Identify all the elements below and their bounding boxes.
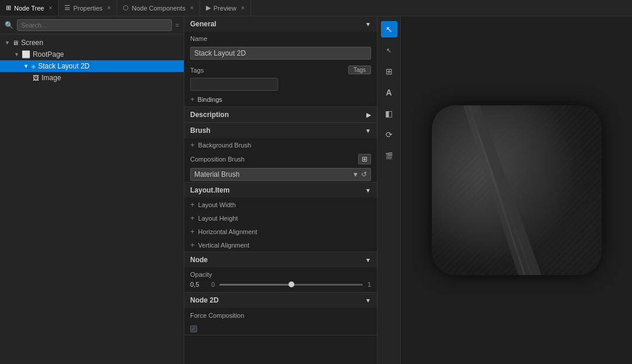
properties-tab-close[interactable]: ×	[107, 5, 111, 11]
expand-screen-icon: ▼	[5, 40, 10, 46]
video-tool-btn[interactable]: 🎬	[381, 147, 397, 164]
tags-input[interactable]	[190, 78, 278, 91]
tree-content: ▼ 🖥 Screen ▼ ⬜ RootPage ▼ ◈ Stack Layout…	[0, 35, 184, 364]
node-tree-tab-close[interactable]: ×	[49, 5, 52, 11]
material-brush-row[interactable]: Material Brush ▼ ↺	[190, 168, 371, 181]
pointer-tool-btn[interactable]: ↖	[381, 21, 397, 37]
tab-bar: ⊞ Node Tree × ☰ Properties × ⬡ Node Comp…	[0, 0, 632, 16]
description-label: Description	[190, 111, 229, 119]
properties-tab-label: Properties	[73, 5, 102, 12]
layout-width-plus-icon: +	[190, 200, 195, 209]
material-brush-dropdown-icon[interactable]: ▼	[352, 171, 359, 178]
force-composition-label: Force Composition	[190, 312, 371, 319]
material-brush-refresh-icon[interactable]: ↺	[361, 170, 367, 178]
layout-item-collapse-icon: ▼	[365, 187, 371, 194]
tree-item-screen[interactable]: ▼ 🖥 Screen	[0, 37, 184, 49]
force-composition-checkbox-row: ✓	[184, 323, 377, 335]
composition-brush-row: Composition Brush ⊞	[184, 152, 377, 167]
bindings-row[interactable]: + Bindings	[184, 92, 377, 107]
horizontal-alignment-plus-icon: +	[190, 227, 195, 236]
right-area: ↖ ↖ ⊞ A ◧ ⟳ 🎬	[377, 16, 632, 364]
tree-item-rootpage[interactable]: ▼ ⬜ RootPage	[0, 49, 184, 60]
tags-label: Tags	[190, 67, 204, 74]
opacity-slider[interactable]	[219, 280, 363, 289]
tree-item-stack-layout-2d[interactable]: ▼ ◈ Stack Layout 2D	[0, 60, 184, 72]
screen-icon: 🖥	[12, 39, 19, 46]
node-components-tab-close[interactable]: ×	[190, 5, 194, 11]
node2d-collapse-icon: ▼	[365, 297, 371, 304]
bindings-label: Bindings	[198, 96, 222, 103]
background-brush-plus-icon: +	[190, 140, 195, 149]
search-input[interactable]	[17, 19, 172, 31]
expand-rootpage-icon: ▼	[14, 51, 19, 57]
description-section: Description ▶	[184, 107, 377, 123]
vertical-alignment-row[interactable]: + Vertical Alignment	[184, 238, 377, 252]
tree-item-image[interactable]: 🖼 Image	[0, 72, 184, 84]
image-icon: 🖼	[33, 74, 39, 81]
force-composition-checkbox[interactable]: ✓	[190, 325, 197, 332]
horizontal-alignment-label: Horizontal Alignment	[198, 228, 257, 235]
node-collapse-icon: ▼	[365, 257, 371, 263]
stack-layout-icon: ◈	[31, 63, 36, 70]
force-composition-label-row: Force Composition	[184, 308, 377, 323]
node-section: Node ▼ Opacity 0,5 0 1	[184, 252, 377, 293]
general-collapse-icon: ▼	[365, 21, 371, 28]
preview-tab-label: Preview	[214, 5, 236, 12]
image-label: Image	[42, 74, 61, 82]
preview-area: ↖ ↖ ⊞ A ◧ ⟳ 🎬	[377, 16, 632, 364]
opacity-label: Opacity	[190, 271, 371, 278]
node-section-header[interactable]: Node ▼	[184, 252, 377, 267]
layout-item-section-header[interactable]: Layout.Item ▼	[184, 183, 377, 198]
left-panel: 🔍 = ▼ 🖥 Screen ▼ ⬜ RootPage ▼	[0, 16, 184, 364]
background-brush-row[interactable]: + Background Brush	[184, 138, 377, 152]
layout-width-row[interactable]: + Layout Width	[184, 198, 377, 211]
node2d-label: Node 2D	[190, 296, 219, 304]
composition-brush-icon-btn[interactable]: ⊞	[358, 154, 371, 164]
rootpage-label: RootPage	[33, 50, 64, 59]
layers-icon: ◧	[385, 109, 393, 118]
tags-button[interactable]: Tags	[348, 66, 371, 74]
general-label: General	[190, 20, 217, 28]
opacity-row: 0,5 0 1	[190, 280, 371, 289]
layout-width-label: Layout Width	[198, 201, 236, 208]
layers-tool-btn[interactable]: ◧	[381, 105, 397, 122]
node-label: Node	[190, 256, 208, 264]
name-value-box[interactable]: Stack Layout 2D	[190, 47, 371, 60]
share-tool-btn[interactable]: ⟳	[381, 126, 397, 143]
pointer-icon: ↖	[386, 25, 393, 34]
general-section-header[interactable]: General ▼	[184, 16, 377, 32]
tab-properties[interactable]: ☰ Properties ×	[59, 0, 117, 16]
text-tool-btn[interactable]: A	[381, 84, 397, 101]
horizontal-alignment-row[interactable]: + Horizontal Alignment	[184, 225, 377, 238]
share-icon: ⟳	[386, 130, 393, 139]
tab-preview[interactable]: ▶ Preview ×	[200, 0, 251, 16]
video-icon: 🎬	[385, 152, 393, 160]
opacity-min: 0	[211, 281, 215, 288]
tab-node-components[interactable]: ⬡ Node Components ×	[117, 0, 200, 16]
brush-collapse-icon: ▼	[365, 128, 371, 134]
description-section-header[interactable]: Description ▶	[184, 107, 377, 122]
slider-thumb[interactable]	[288, 281, 294, 287]
opacity-max: 1	[367, 281, 371, 288]
right-toolbar: ↖ ↖ ⊞ A ◧ ⟳ 🎬	[377, 16, 401, 364]
rootpage-icon: ⬜	[22, 50, 30, 59]
composition-brush-label: Composition Brush	[190, 156, 355, 163]
node2d-section-header[interactable]: Node 2D ▼	[184, 293, 377, 308]
name-label-row: Name	[184, 32, 377, 46]
preview-tab-close[interactable]: ×	[241, 5, 245, 11]
node2d-section: Node 2D ▼ Force Composition ✓	[184, 293, 377, 335]
node-tree-tab-label: Node Tree	[14, 5, 44, 12]
layout-item-section: Layout.Item ▼ + Layout Width + Layout He…	[184, 183, 377, 252]
grid-tool-btn[interactable]: ⊞	[381, 63, 397, 80]
opacity-value: 0,5	[190, 281, 207, 288]
search-bar: 🔍 =	[0, 16, 184, 35]
layout-height-row[interactable]: + Layout Height	[184, 211, 377, 225]
brush-section-header[interactable]: Brush ▼	[184, 123, 377, 138]
cursor-tool-btn[interactable]: ↖	[381, 42, 397, 59]
node-components-tab-label: Node Components	[132, 5, 186, 12]
brush-label: Brush	[190, 126, 211, 135]
tab-node-tree[interactable]: ⊞ Node Tree ×	[0, 0, 59, 16]
vertical-alignment-plus-icon: +	[190, 241, 195, 249]
text-icon: A	[386, 88, 391, 97]
properties-tab-icon: ☰	[64, 4, 70, 12]
